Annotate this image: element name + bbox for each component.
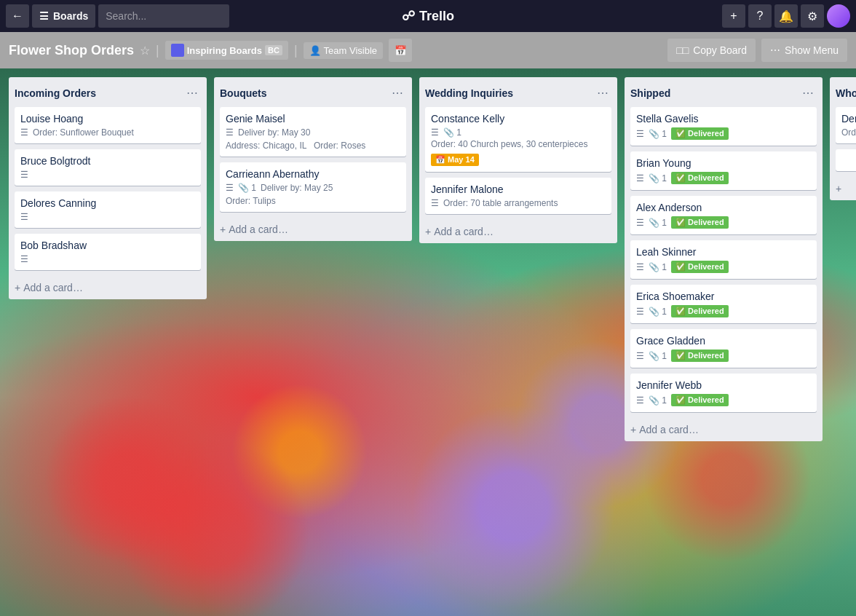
board-header-right: □□ Copy Board ⋯ Show Menu [667,39,847,62]
card-meta: ☰ Deliver by: May 30 [226,127,400,138]
attachment-count: 📎 1 [649,307,667,317]
card-meta: ☰ 📎 1 Deliver by: May 25 [226,183,400,193]
date-badge: 📅 May 14 [431,154,479,166]
list-header-wholesale: Whol… ⋯ [830,77,856,107]
card-meta: ☰ 📎 1 ✅ Delivered [636,350,811,362]
copy-icon: □□ [676,44,689,56]
card-meta: ☰ [20,212,195,222]
description-icon: ☰ [20,212,28,222]
show-menu-button[interactable]: ⋯ Show Menu [761,39,847,62]
board-title: Flower Shop Orders [9,43,134,58]
workspace-badge: BC [265,45,282,55]
board-header: Flower Shop Orders ☆ | Inspiring Boards … [0,32,856,68]
list-menu-wedding[interactable]: ⋯ [594,84,611,101]
header-divider: | [156,43,159,58]
card-title: Jennifer Webb [636,379,811,391]
card-erica-shoemaker[interactable]: Erica Shoemaker ☰ 📎 1 ✅ Delivered [630,285,817,323]
card-title: Erica Shoemaker [636,291,811,302]
card-leah-skinner[interactable]: Leah Skinner ☰ 📎 1 ✅ Delivered [630,240,817,279]
add-card-button-wedding[interactable]: + Add a card… [419,220,617,243]
card-sub: Orde… [841,127,856,138]
logo-icon: ☍ [402,8,415,24]
card-louise-hoang[interactable]: Louise Hoang ☰ Order: Sunflower Bouquet [15,107,201,143]
list-title-incoming-orders: Incoming Orders [15,87,96,99]
card-brian-young[interactable]: Brian Young ☰ 📎 1 ✅ Delivered [630,151,817,190]
card-constance-kelly[interactable]: Constance Kelly ☰ 📎 1 Order: 40 Church p… [425,107,611,172]
card-order: Order: Tulips [226,196,400,206]
card-stella-gavelis[interactable]: Stella Gavelis ☰ 📎 1 ✅ Delivered [630,107,817,146]
card-wholesale-2[interactable] [836,149,856,171]
card-meta: ☰ Order: 70 table arrangements [431,198,606,208]
copy-board-button[interactable]: □□ Copy Board [667,39,756,62]
info-button[interactable]: ? [748,4,772,28]
delivered-badge: ✅ Delivered [671,350,729,362]
lists-container: Incoming Orders ⋯ Louise Hoang ☰ Order: … [0,68,856,616]
show-menu-label: Show Menu [785,44,839,56]
boards-icon: ☰ [39,10,49,22]
visibility-icon: 👤 [309,45,321,56]
delivered-badge: ✅ Delivered [671,216,729,229]
plus-icon: + [630,424,636,435]
back-button[interactable]: ← [6,4,29,28]
search-input[interactable] [98,4,229,28]
card-genie-maisel[interactable]: Genie Maisel ☰ Deliver by: May 30 Addres… [220,107,406,157]
card-title: Denr… [841,113,856,125]
workspace-link[interactable]: Inspiring Boards BC [165,41,288,60]
settings-button[interactable]: ⚙ [801,4,824,28]
card-jennifer-webb[interactable]: Jennifer Webb ☰ 📎 1 ✅ Delivered [630,374,817,412]
notifications-button[interactable]: 🔔 [774,4,798,28]
card-meta: ☰ 📎 1 ✅ Delivered [636,172,811,184]
attachment-count: 📎 1 [649,218,667,228]
calendar-button[interactable]: 📅 [389,39,412,62]
card-title: Bruce Bolgtrodt [20,155,195,167]
list-cards-wedding: Constance Kelly ☰ 📎 1 Order: 40 Church p… [419,107,617,220]
header-divider2: | [294,43,298,58]
list-bouquets: Bouquets ⋯ Genie Maisel ☰ Deliver by: Ma… [214,77,412,241]
card-title: Brian Young [636,157,811,169]
plus-icon: + [836,183,841,194]
card-carrieann-abernathy[interactable]: Carrieann Abernathy ☰ 📎 1 Deliver by: Ma… [220,162,406,212]
add-button[interactable]: + [722,4,745,28]
card-bob-bradshaw[interactable]: Bob Bradshaw ☰ [15,234,201,270]
card-sub: Deliver by: May 25 [261,183,333,193]
card-meta: ☰ 📎 1 ✅ Delivered [636,261,811,273]
add-card-button-bouquets[interactable]: + Add a card… [214,218,412,241]
description-icon: ☰ [20,170,28,180]
list-title-wedding: Wedding Inquiries [425,87,513,99]
boards-label: Boards [53,10,88,22]
top-nav: ← ☰ Boards ☍ Trello + ? 🔔 ⚙ [0,0,856,32]
card-meta: ☰ 📎 1 ✅ Delivered [636,305,811,317]
card-wholesale-1[interactable]: Denr… Orde… [836,107,856,143]
user-avatar[interactable] [827,4,850,28]
list-menu-shipped[interactable]: ⋯ [799,84,817,101]
list-menu-bouquets[interactable]: ⋯ [389,84,406,101]
description-icon: ☰ [636,351,644,361]
star-button[interactable]: ☆ [140,44,150,58]
description-icon: ☰ [431,198,439,208]
delivered-badge: ✅ Delivered [671,305,729,317]
visibility-button[interactable]: 👤 Team Visible [304,42,383,59]
card-jennifer-malone[interactable]: Jennifer Malone ☰ Order: 70 table arrang… [425,178,611,214]
card-alex-anderson[interactable]: Alex Anderson ☰ 📎 1 ✅ Delivered [630,196,817,234]
list-shipped: Shipped ⋯ Stella Gavelis ☰ 📎 1 ✅ Deliver… [625,77,823,441]
list-title-bouquets: Bouquets [220,87,267,99]
card-grace-gladden[interactable]: Grace Gladden ☰ 📎 1 ✅ Delivered [630,329,817,368]
add-card-button-wholesale[interactable]: + [830,177,856,200]
boards-button[interactable]: ☰ Boards [32,4,95,28]
card-delores-canning[interactable]: Delores Canning ☰ [15,191,201,228]
list-menu-incoming-orders[interactable]: ⋯ [183,84,201,101]
card-bruce-bolgtrodt[interactable]: Bruce Bolgtrodt ☰ [15,149,201,186]
list-header-wedding: Wedding Inquiries ⋯ [419,77,617,107]
description-icon: ☰ [20,254,28,264]
attachment-icon: 📎 1 [443,127,461,138]
copy-board-label: Copy Board [693,44,747,56]
card-sub: Order: 70 table arrangements [443,198,558,208]
card-title: Delores Canning [20,197,195,209]
card-sub: Deliver by: May 30 [238,127,310,138]
attachment-count: 📎 1 [649,173,667,183]
add-card-button-incoming[interactable]: + Add a card… [9,276,207,299]
app-logo: ☍ Trello [402,8,454,24]
attachment-count: 📎 1 [649,351,667,361]
card-meta: ☰ [20,170,195,180]
add-card-button-shipped[interactable]: + Add a card… [625,418,823,441]
